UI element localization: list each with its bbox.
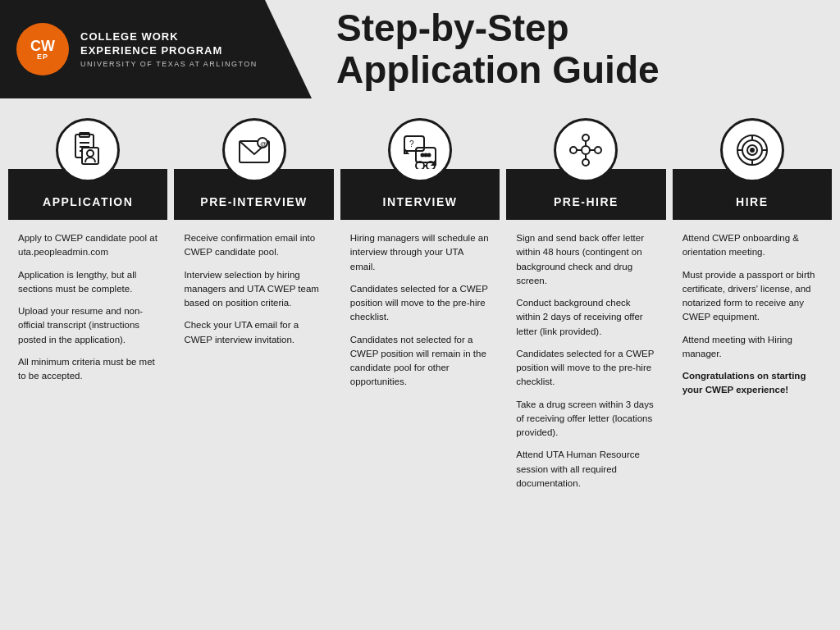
hire-p3: Attend meeting with Hiring manager. [682,333,822,362]
int-p3: Candidates not selected for a CWEP posit… [350,333,490,390]
step-label-hire: HIRE [673,182,832,220]
page-header: CWEP COLLEGE WORK EXPERIENCE PROGRAM UNI… [0,0,840,98]
svg-text:@: @ [260,140,267,148]
column-application: APPLICATION Apply to CWEP candidate pool… [8,108,167,630]
pre-int-p3: Check your UTA email for a CWEP intervie… [184,318,323,347]
app-p3: Upload your resume and non-official tran… [18,304,158,347]
hire-p4: Congratulations on starting your CWEP ex… [682,369,822,398]
org-sub: UNIVERSITY OF TEXAS AT ARLINGTON [80,60,258,68]
svg-point-31 [751,148,754,152]
step-label-interview: INTERVIEW [340,182,500,220]
hire-p2: Must provide a passport or birth certifi… [682,268,822,325]
svg-point-14 [425,154,427,157]
interview-icon: ? [388,118,452,182]
column-interview: ? INTERVIEW Hiring managers will schedul… [340,108,500,630]
application-icon [56,118,120,182]
org-info: COLLEGE WORK EXPERIENCE PROGRAM UNIVERSI… [80,30,258,68]
step-body-hire: Attend CWEP onboarding & orientation mee… [673,220,832,630]
prehire-p5: Attend UTA Human Resource session with a… [516,448,655,491]
svg-point-23 [570,147,577,153]
step-label-pre-hire: PRE-HIRE [506,182,665,220]
prehire-p2: Conduct background check within 2 days o… [516,296,655,339]
title-text: Step-by-Step Application Guide [336,7,840,90]
step-body-pre-interview: Receive confirmation email into CWEP can… [174,220,333,630]
column-pre-interview: @ PRE-INTERVIEW Receive confirmation ema… [174,108,333,630]
app-p4: All minimum criteria must be met to be a… [18,355,158,384]
hire-p1: Attend CWEP onboarding & orientation mee… [682,231,822,260]
svg-point-22 [582,159,589,166]
step-body-pre-hire: Sign and send back offer letter within 4… [506,220,665,630]
int-p2: Candidates selected for a CWEP position … [350,282,490,325]
svg-point-20 [582,135,589,141]
prehire-p1: Sign and send back offer letter within 4… [516,231,655,288]
pre-int-p2: Interview selection by hiring managers a… [184,268,323,311]
step-body-interview: Hiring managers will schedule an intervi… [340,220,500,630]
prehire-p4: Take a drug screen within 3 days of rece… [516,398,655,441]
target-icon [720,118,784,182]
svg-rect-10 [404,136,424,151]
column-pre-hire: PRE-HIRE Sign and send back offer letter… [506,108,665,630]
step-label-application: APPLICATION [8,182,167,220]
int-p1: Hiring managers will schedule an intervi… [350,231,490,274]
step-body-application: Apply to CWEP candidate pool at uta.peop… [8,220,167,630]
network-icon [554,118,618,182]
prehire-p3: Candidates selected for a CWEP position … [516,347,655,390]
svg-point-15 [428,154,431,157]
page-title: Step-by-Step Application Guide [312,7,840,90]
main-content: APPLICATION Apply to CWEP candidate pool… [0,108,840,630]
svg-point-21 [595,147,601,153]
svg-point-19 [582,146,590,154]
svg-point-13 [422,154,424,157]
header-left-panel: CWEP COLLEGE WORK EXPERIENCE PROGRAM UNI… [0,0,312,98]
org-name-line1: COLLEGE WORK [80,30,258,44]
logo-circle: CWEP [16,23,69,75]
org-name-line2: EXPERIENCE PROGRAM [80,44,258,58]
svg-text:?: ? [409,139,414,148]
app-p1: Apply to CWEP candidate pool at uta.peop… [18,231,158,260]
app-p2: Application is lengthy, but all sections… [18,268,158,297]
pre-int-p1: Receive confirmation email into CWEP can… [184,231,323,260]
step-label-pre-interview: PRE-INTERVIEW [174,182,333,220]
column-hire: HIRE Attend CWEP onboarding & orientatio… [673,108,832,630]
email-icon: @ [222,118,286,182]
logo-letters: CWEP [30,39,55,61]
